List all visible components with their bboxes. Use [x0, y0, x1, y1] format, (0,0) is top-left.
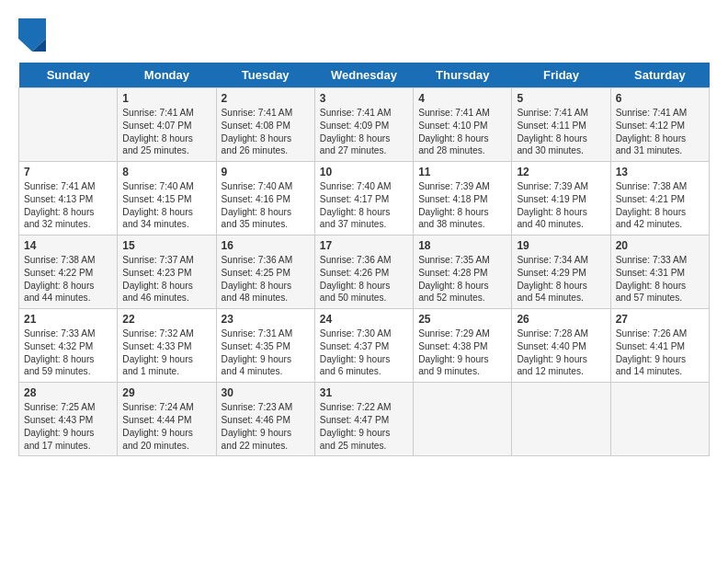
calendar-cell: 21Sunrise: 7:33 AM Sunset: 4:32 PM Dayli…: [19, 309, 118, 383]
day-number: 20: [616, 239, 704, 252]
day-number: 25: [418, 313, 506, 326]
col-header-saturday: Saturday: [610, 63, 709, 88]
calendar-cell: 27Sunrise: 7:26 AM Sunset: 4:41 PM Dayli…: [610, 309, 709, 383]
day-content: Sunrise: 7:41 AM Sunset: 4:09 PM Dayligh…: [320, 107, 408, 157]
day-number: 29: [122, 386, 210, 399]
day-content: Sunrise: 7:38 AM Sunset: 4:22 PM Dayligh…: [24, 254, 112, 304]
day-number: 16: [222, 239, 310, 252]
calendar-cell: 26Sunrise: 7:28 AM Sunset: 4:40 PM Dayli…: [512, 309, 610, 383]
day-number: 6: [616, 92, 704, 105]
day-content: Sunrise: 7:24 AM Sunset: 4:44 PM Dayligh…: [122, 401, 210, 452]
calendar-cell: 23Sunrise: 7:31 AM Sunset: 4:35 PM Dayli…: [216, 309, 314, 383]
page: SundayMondayTuesdayWednesdayThursdayFrid…: [0, 0, 728, 465]
day-content: Sunrise: 7:35 AM Sunset: 4:28 PM Dayligh…: [418, 254, 506, 304]
calendar-cell: 3Sunrise: 7:41 AM Sunset: 4:09 PM Daylig…: [314, 88, 413, 162]
calendar-cell: 7Sunrise: 7:41 AM Sunset: 4:13 PM Daylig…: [19, 162, 118, 236]
day-number: 3: [320, 92, 408, 105]
day-content: Sunrise: 7:41 AM Sunset: 4:13 PM Dayligh…: [24, 180, 112, 231]
logo-icon: [18, 18, 46, 52]
col-header-wednesday: Wednesday: [314, 63, 413, 88]
calendar-cell: 18Sunrise: 7:35 AM Sunset: 4:28 PM Dayli…: [414, 236, 512, 309]
calendar-cell: 2Sunrise: 7:41 AM Sunset: 4:08 PM Daylig…: [216, 88, 314, 162]
calendar-week-4: 21Sunrise: 7:33 AM Sunset: 4:32 PM Dayli…: [19, 309, 710, 383]
day-number: 22: [122, 313, 210, 326]
day-number: 21: [24, 313, 112, 326]
day-number: 13: [616, 166, 704, 178]
day-content: Sunrise: 7:39 AM Sunset: 4:19 PM Dayligh…: [517, 180, 605, 231]
day-number: 8: [122, 166, 210, 178]
calendar-cell: 19Sunrise: 7:34 AM Sunset: 4:29 PM Dayli…: [512, 236, 610, 309]
header: [18, 18, 710, 52]
day-content: Sunrise: 7:29 AM Sunset: 4:38 PM Dayligh…: [418, 327, 506, 378]
day-number: 14: [24, 239, 112, 252]
day-number: 5: [517, 92, 605, 105]
day-number: 17: [320, 239, 408, 252]
calendar-week-2: 7Sunrise: 7:41 AM Sunset: 4:13 PM Daylig…: [19, 162, 710, 236]
day-content: Sunrise: 7:41 AM Sunset: 4:10 PM Dayligh…: [418, 107, 506, 157]
day-number: 11: [418, 166, 506, 178]
day-content: Sunrise: 7:34 AM Sunset: 4:29 PM Dayligh…: [517, 254, 605, 304]
calendar-cell: 22Sunrise: 7:32 AM Sunset: 4:33 PM Dayli…: [118, 309, 216, 383]
col-header-monday: Monday: [118, 63, 216, 88]
calendar-week-1: 1Sunrise: 7:41 AM Sunset: 4:07 PM Daylig…: [19, 88, 710, 162]
calendar-cell: 6Sunrise: 7:41 AM Sunset: 4:12 PM Daylig…: [610, 88, 709, 162]
day-content: Sunrise: 7:41 AM Sunset: 4:11 PM Dayligh…: [517, 107, 605, 157]
calendar-cell: 17Sunrise: 7:36 AM Sunset: 4:26 PM Dayli…: [314, 236, 413, 309]
day-number: 27: [616, 313, 704, 326]
day-content: Sunrise: 7:41 AM Sunset: 4:12 PM Dayligh…: [616, 107, 704, 157]
logo: [18, 18, 50, 52]
day-content: Sunrise: 7:26 AM Sunset: 4:41 PM Dayligh…: [616, 327, 704, 378]
calendar-week-3: 14Sunrise: 7:38 AM Sunset: 4:22 PM Dayli…: [19, 236, 710, 309]
day-number: 18: [418, 239, 506, 252]
calendar-cell: 5Sunrise: 7:41 AM Sunset: 4:11 PM Daylig…: [512, 88, 610, 162]
day-number: 30: [222, 386, 310, 399]
calendar-cell: [610, 383, 709, 456]
day-content: Sunrise: 7:22 AM Sunset: 4:47 PM Dayligh…: [320, 401, 408, 452]
calendar-cell: 24Sunrise: 7:30 AM Sunset: 4:37 PM Dayli…: [314, 309, 413, 383]
calendar-cell: 12Sunrise: 7:39 AM Sunset: 4:19 PM Dayli…: [512, 162, 610, 236]
calendar-cell: 15Sunrise: 7:37 AM Sunset: 4:23 PM Dayli…: [118, 236, 216, 309]
col-header-sunday: Sunday: [19, 63, 118, 88]
calendar-cell: [19, 88, 118, 162]
day-number: 28: [24, 386, 112, 399]
day-number: 2: [222, 92, 310, 105]
calendar-cell: 11Sunrise: 7:39 AM Sunset: 4:18 PM Dayli…: [414, 162, 512, 236]
day-content: Sunrise: 7:33 AM Sunset: 4:32 PM Dayligh…: [24, 327, 112, 378]
day-content: Sunrise: 7:41 AM Sunset: 4:07 PM Dayligh…: [122, 107, 210, 157]
day-content: Sunrise: 7:25 AM Sunset: 4:43 PM Dayligh…: [24, 401, 112, 452]
day-content: Sunrise: 7:40 AM Sunset: 4:17 PM Dayligh…: [320, 180, 408, 231]
calendar-table: SundayMondayTuesdayWednesdayThursdayFrid…: [18, 63, 710, 456]
day-content: Sunrise: 7:23 AM Sunset: 4:46 PM Dayligh…: [222, 401, 310, 452]
calendar-cell: 28Sunrise: 7:25 AM Sunset: 4:43 PM Dayli…: [19, 383, 118, 456]
day-number: 23: [222, 313, 310, 326]
calendar-cell: 29Sunrise: 7:24 AM Sunset: 4:44 PM Dayli…: [118, 383, 216, 456]
day-number: 15: [122, 239, 210, 252]
day-number: 10: [320, 166, 408, 178]
day-content: Sunrise: 7:32 AM Sunset: 4:33 PM Dayligh…: [122, 327, 210, 378]
day-content: Sunrise: 7:33 AM Sunset: 4:31 PM Dayligh…: [616, 254, 704, 304]
day-number: 26: [517, 313, 605, 326]
day-content: Sunrise: 7:37 AM Sunset: 4:23 PM Dayligh…: [122, 254, 210, 304]
day-content: Sunrise: 7:40 AM Sunset: 4:16 PM Dayligh…: [222, 180, 310, 231]
day-content: Sunrise: 7:38 AM Sunset: 4:21 PM Dayligh…: [616, 180, 704, 231]
calendar-cell: [512, 383, 610, 456]
day-number: 31: [320, 386, 408, 399]
day-content: Sunrise: 7:40 AM Sunset: 4:15 PM Dayligh…: [122, 180, 210, 231]
calendar-cell: 14Sunrise: 7:38 AM Sunset: 4:22 PM Dayli…: [19, 236, 118, 309]
day-content: Sunrise: 7:36 AM Sunset: 4:25 PM Dayligh…: [222, 254, 310, 304]
header-row: SundayMondayTuesdayWednesdayThursdayFrid…: [19, 63, 710, 88]
day-content: Sunrise: 7:41 AM Sunset: 4:08 PM Dayligh…: [222, 107, 310, 157]
calendar-cell: 31Sunrise: 7:22 AM Sunset: 4:47 PM Dayli…: [314, 383, 413, 456]
col-header-friday: Friday: [512, 63, 610, 88]
day-number: 24: [320, 313, 408, 326]
calendar-cell: 8Sunrise: 7:40 AM Sunset: 4:15 PM Daylig…: [118, 162, 216, 236]
day-content: Sunrise: 7:28 AM Sunset: 4:40 PM Dayligh…: [517, 327, 605, 378]
calendar-cell: 9Sunrise: 7:40 AM Sunset: 4:16 PM Daylig…: [216, 162, 314, 236]
calendar-cell: 16Sunrise: 7:36 AM Sunset: 4:25 PM Dayli…: [216, 236, 314, 309]
day-number: 7: [24, 166, 112, 178]
calendar-cell: 4Sunrise: 7:41 AM Sunset: 4:10 PM Daylig…: [414, 88, 512, 162]
day-content: Sunrise: 7:36 AM Sunset: 4:26 PM Dayligh…: [320, 254, 408, 304]
calendar-cell: 25Sunrise: 7:29 AM Sunset: 4:38 PM Dayli…: [414, 309, 512, 383]
calendar-cell: 13Sunrise: 7:38 AM Sunset: 4:21 PM Dayli…: [610, 162, 709, 236]
day-content: Sunrise: 7:30 AM Sunset: 4:37 PM Dayligh…: [320, 327, 408, 378]
